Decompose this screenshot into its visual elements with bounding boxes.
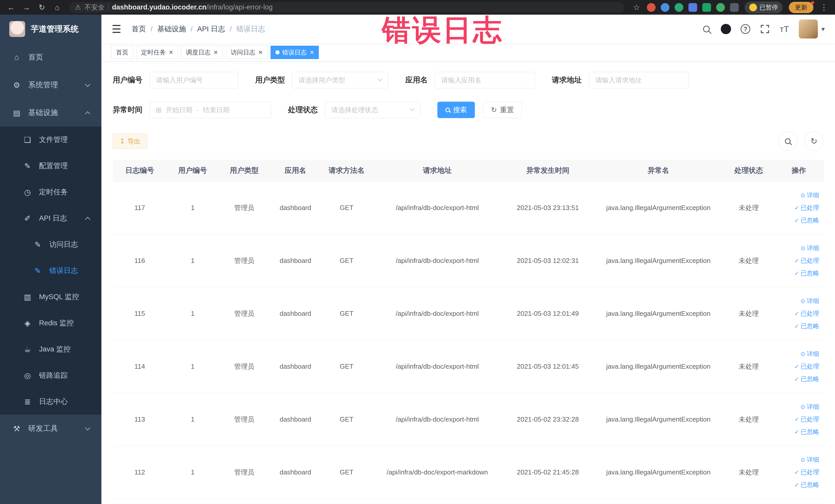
sidebar-item-apilog[interactable]: ✐API 日志: [0, 205, 101, 231]
action-label: 已忽略: [801, 217, 819, 224]
cell-app-name: dashboard: [270, 287, 321, 340]
sidebar-item-trace[interactable]: ◎链路追踪: [0, 362, 101, 388]
action-ignore-link[interactable]: ✓已忽略: [776, 479, 819, 491]
reload-icon[interactable]: ↻: [35, 3, 49, 12]
tab-访问日志[interactable]: 访问日志×: [226, 46, 267, 59]
extension-icon[interactable]: [661, 3, 669, 12]
calendar-icon: ⊞: [156, 106, 161, 114]
update-button[interactable]: 更新: [789, 2, 813, 13]
action-ignore-link[interactable]: ✓已忽略: [776, 267, 819, 280]
github-icon[interactable]: [721, 23, 731, 35]
sidebar-item-devtools[interactable]: ⚒研发工具: [0, 415, 101, 442]
help-icon[interactable]: ?: [740, 23, 751, 35]
paused-badge[interactable]: 已暂停: [745, 2, 782, 13]
check-icon: ✓: [794, 323, 799, 329]
action-detail-link[interactable]: ⊙详细: [776, 453, 819, 466]
extension-icon[interactable]: [688, 3, 697, 12]
request-url-input[interactable]: [589, 72, 689, 88]
search-button[interactable]: 搜索: [437, 102, 475, 118]
close-icon[interactable]: ×: [213, 49, 218, 56]
cell-exception-time: 2021-05-03 12:01:45: [502, 340, 593, 393]
sidebar-item-logcenter[interactable]: ≣日志中心: [0, 388, 101, 415]
user-menu[interactable]: ▾: [799, 20, 825, 39]
refresh-button[interactable]: ↻: [804, 132, 824, 151]
app-name-input[interactable]: [435, 72, 535, 88]
close-icon[interactable]: ×: [169, 49, 173, 56]
hamburger-icon[interactable]: ☰: [111, 23, 121, 36]
table-row: 1121管理员dashboardGET/api/infra/db-doc/exp…: [113, 446, 824, 499]
app-logo[interactable]: 芋道管理系统: [0, 15, 101, 43]
sidebar: 芋道管理系统 ⌂首页⚙系统管理▤基础设施❏文件管理✎配置管理◷定时任务✐API …: [0, 15, 101, 504]
user-type-select[interactable]: 请选择用户类型: [292, 72, 388, 88]
sidebar-item-redis[interactable]: ◈Redis 监控: [0, 310, 101, 336]
chevron-up-icon: [85, 217, 90, 222]
sidebar-item-job[interactable]: ◷定时任务: [0, 179, 101, 205]
process-status-select[interactable]: 请选择处理状态: [325, 102, 421, 118]
font-size-icon[interactable]: тT: [779, 23, 790, 35]
sidebar-item-system[interactable]: ⚙系统管理: [0, 71, 101, 99]
search-toggle-button[interactable]: [778, 132, 797, 151]
sidebar-item-file[interactable]: ❏文件管理: [0, 126, 101, 153]
cell-user-id: 1: [167, 234, 219, 287]
action-detail-link[interactable]: ⊙详细: [776, 348, 819, 360]
sidebar-item-mysql[interactable]: ▥MySQL 监控: [0, 284, 101, 310]
browser-home-icon[interactable]: ⌂: [50, 3, 64, 12]
extension-icon[interactable]: [647, 3, 656, 12]
sidebar-item-accesslog[interactable]: ✎访问日志: [0, 231, 101, 258]
sidebar-item-config[interactable]: ✎配置管理: [0, 153, 101, 179]
cell-log-id: 113: [113, 393, 167, 446]
close-icon[interactable]: ×: [310, 49, 314, 56]
extension-icon[interactable]: [730, 3, 739, 12]
paused-badge-label: 已暂停: [759, 3, 778, 12]
extension-icon[interactable]: [702, 3, 711, 12]
address-bar[interactable]: ⚠ 不安全 dashboard.yudao.iocoder.cn/infra/l…: [69, 2, 625, 13]
action-detail-link[interactable]: ⊙详细: [776, 189, 819, 202]
close-icon[interactable]: ×: [259, 49, 263, 56]
sidebar-item-java[interactable]: ☕Java 监控: [0, 336, 101, 362]
tab-首页[interactable]: 首页: [111, 46, 133, 59]
action-ignore-link[interactable]: ✓已忽略: [776, 214, 819, 227]
tab-定时任务[interactable]: 定时任务×: [136, 46, 178, 59]
bookmark-star-icon[interactable]: ☆: [630, 3, 644, 12]
action-process-link[interactable]: ✓已处理: [776, 307, 819, 320]
export-button[interactable]: ↧ 导出: [113, 134, 147, 149]
sidebar-item-home[interactable]: ⌂首页: [0, 43, 101, 71]
action-ignore-link[interactable]: ✓已忽略: [776, 426, 819, 438]
date-range-picker[interactable]: ⊞ 开始日期 - 结束日期: [150, 102, 271, 118]
user-id-input[interactable]: [150, 72, 238, 88]
breadcrumb-item[interactable]: 首页: [132, 24, 146, 34]
cell-actions: ⊙详细✓已处理✓已忽略: [774, 234, 824, 287]
search-icon[interactable]: [701, 23, 712, 35]
action-detail-link[interactable]: ⊙详细: [776, 242, 819, 255]
action-ignore-link[interactable]: ✓已忽略: [776, 320, 819, 332]
action-process-link[interactable]: ✓已处理: [776, 466, 819, 479]
cell-exception-time: 2021-05-02 21:45:28: [502, 446, 593, 499]
sidebar-item-label: 文件管理: [39, 135, 68, 144]
action-process-link[interactable]: ✓已处理: [776, 255, 819, 267]
tab-错误日志[interactable]: 错误日志×: [270, 46, 319, 59]
action-ignore-link[interactable]: ✓已忽略: [776, 373, 819, 385]
chevron-down-icon: [410, 106, 414, 111]
sidebar-item-errorlog[interactable]: ✎错误日志: [0, 258, 101, 284]
sidebar-item-infra[interactable]: ▤基础设施: [0, 99, 101, 126]
reset-button[interactable]: ↻ 重置: [483, 102, 522, 118]
tab-调度日志[interactable]: 调度日志×: [181, 46, 223, 59]
back-icon[interactable]: ←: [4, 3, 18, 12]
action-process-link[interactable]: ✓已处理: [776, 413, 819, 426]
filter-label: 用户类型: [255, 75, 285, 85]
active-dot: [276, 50, 280, 55]
fullscreen-icon[interactable]: [760, 23, 770, 35]
extension-icon[interactable]: [675, 3, 683, 12]
action-process-link[interactable]: ✓已处理: [776, 202, 819, 214]
action-label: 已忽略: [801, 375, 819, 382]
cell-request-url: /api/infra/db-doc/export-html: [372, 181, 502, 234]
breadcrumb-item[interactable]: 基础设施: [157, 24, 186, 34]
breadcrumb-item[interactable]: API 日志: [197, 24, 225, 34]
action-detail-link[interactable]: ⊙详细: [776, 295, 819, 307]
action-detail-link[interactable]: ⊙详细: [776, 401, 819, 413]
extension-icon[interactable]: [716, 3, 725, 12]
forward-icon[interactable]: →: [20, 3, 33, 12]
browser-menu-icon[interactable]: ⋮: [817, 3, 831, 12]
action-label: 详细: [807, 350, 819, 357]
action-process-link[interactable]: ✓已处理: [776, 360, 819, 373]
